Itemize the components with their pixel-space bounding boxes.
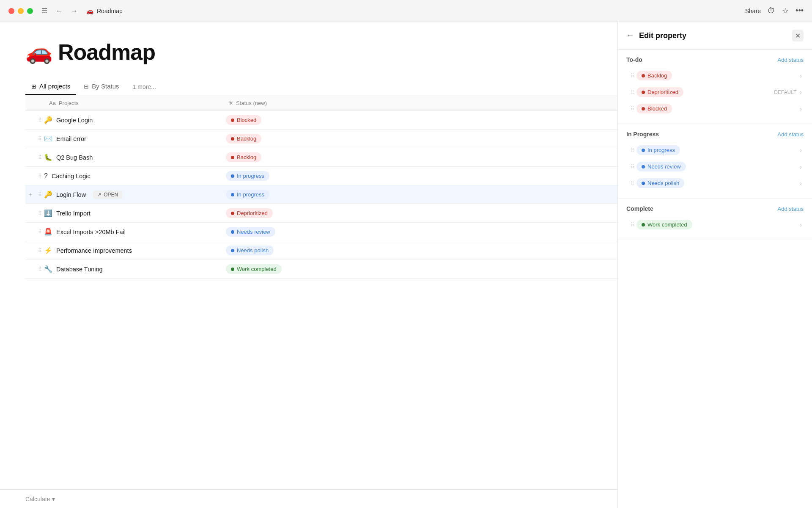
drag-handle[interactable]: ⠿ — [36, 266, 44, 272]
project-name: Google Login — [56, 117, 93, 124]
panel-close-button[interactable]: ✕ — [792, 30, 804, 41]
tab-by-status[interactable]: ⊟ By Status — [78, 78, 125, 95]
project-name: Excel Imports >20Mb Fail — [56, 229, 126, 235]
badge-label: Blocked — [647, 105, 667, 112]
badge-label: Needs polish — [237, 247, 269, 254]
status-badge-wrap: In progress — [636, 145, 800, 155]
col-status-header: ✳ Status (new) — [228, 99, 330, 106]
drag-handle[interactable]: ⠿ — [36, 173, 44, 179]
calculate-button[interactable]: Calculate ▾ — [25, 496, 55, 502]
forward-btn[interactable]: → — [69, 6, 80, 17]
calculate-chevron-icon: ▾ — [52, 496, 55, 502]
status-badge-wrap: Blocked — [636, 104, 800, 113]
drag-handle[interactable]: ⠿ — [36, 248, 44, 254]
panel-status-item[interactable]: ⠿ Deprioritized DEFAULT › — [626, 84, 804, 100]
aa-icon: Aa — [49, 100, 56, 106]
panel-status-item[interactable]: ⠿ Work completed › — [626, 216, 804, 233]
badge-dot — [231, 193, 234, 196]
row-add-icon[interactable]: + — [25, 191, 36, 199]
drag-dots-icon: ⠿ — [628, 89, 636, 95]
project-emoji: 🚨 — [44, 228, 52, 236]
fullscreen-traffic-light[interactable] — [27, 8, 33, 14]
tab-by-status-label: By Status — [92, 83, 119, 90]
add-status-complete-button[interactable]: Add status — [778, 206, 804, 212]
panel-status-item[interactable]: ⠿ Needs review › — [626, 158, 804, 175]
hamburger-btn[interactable]: ☰ — [40, 5, 49, 17]
drag-dots-icon: ⠿ — [628, 147, 636, 153]
badge-dot — [231, 137, 234, 141]
badge-label: Needs polish — [647, 180, 679, 186]
status-badge: Deprioritized — [636, 87, 683, 97]
panel-back-button[interactable]: ← — [626, 31, 634, 40]
panel-section-complete: Complete Add status ⠿ Work completed › — [618, 199, 812, 240]
panel-section-todo: To-do Add status ⠿ Backlog › ⠿ Depriorit… — [618, 50, 812, 124]
drag-handle[interactable]: ⠿ — [36, 155, 44, 160]
panel-section-todo-title: To-do — [626, 56, 642, 63]
minimize-traffic-light[interactable] — [18, 8, 24, 14]
back-btn[interactable]: ← — [54, 6, 64, 17]
drag-handle[interactable]: ⠿ — [36, 229, 44, 235]
titlebar-title: 🚗 Roadmap — [86, 8, 745, 14]
traffic-lights — [8, 8, 33, 14]
add-status-todo-button[interactable]: Add status — [778, 57, 804, 63]
drag-handle[interactable]: ⠿ — [36, 192, 44, 198]
badge-label: Backlog — [647, 72, 667, 79]
status-badge: Blocked — [226, 115, 261, 125]
panel-section-in-progress-title: In Progress — [626, 131, 659, 138]
drag-dots-icon: ⠿ — [628, 164, 636, 170]
status-badge: Needs review — [636, 162, 686, 171]
drag-dots-icon: ⠿ — [628, 73, 636, 79]
project-emoji: ⬇️ — [44, 209, 52, 217]
badge-label: Needs review — [647, 163, 681, 170]
titlebar: ☰ ← → 🚗 Roadmap Share ⏱ ☆ ••• — [0, 0, 812, 22]
panel-status-item[interactable]: ⠿ Needs polish › — [626, 175, 804, 191]
status-col-icon: ✳ — [228, 99, 233, 106]
project-name-cell: ⚡ Performance Improvements — [44, 242, 226, 259]
page-emoji: 🚗 — [25, 39, 53, 65]
titlebar-emoji: 🚗 — [86, 8, 93, 14]
drag-dots-icon: ⠿ — [628, 180, 636, 186]
panel-status-item[interactable]: ⠿ In progress › — [626, 142, 804, 158]
status-badge: Needs polish — [226, 246, 274, 255]
share-button[interactable]: Share — [745, 8, 761, 14]
open-label: OPEN — [104, 192, 118, 198]
tab-all-projects[interactable]: ⊞ All projects — [25, 78, 76, 95]
badge-dot — [642, 223, 645, 226]
drag-handle[interactable]: ⠿ — [36, 210, 44, 216]
panel-section-complete-title: Complete — [626, 205, 653, 212]
edit-property-panel: ← Edit property ✕ To-do Add status ⠿ Bac… — [617, 22, 812, 508]
project-name: Performance Improvements — [56, 247, 132, 254]
status-badge: Backlog — [636, 71, 672, 80]
badge-label: In progress — [237, 191, 264, 198]
project-emoji: 🐛 — [44, 153, 52, 161]
status-badge: Needs review — [226, 227, 275, 237]
drag-handle[interactable]: ⠿ — [36, 136, 44, 142]
panel-status-item[interactable]: ⠿ Backlog › — [626, 67, 804, 84]
status-cell: Blocked — [226, 111, 327, 129]
badge-label: Work completed — [647, 221, 687, 228]
badge-dot — [642, 74, 645, 77]
status-cell: In progress — [226, 167, 327, 185]
project-name-cell: 🔑 Login Flow ↗ OPEN — [44, 186, 226, 203]
badge-dot — [231, 212, 234, 215]
status-badge-wrap: Needs review — [636, 162, 800, 171]
star-icon-btn[interactable]: ☆ — [782, 6, 789, 16]
history-icon-btn[interactable]: ⏱ — [768, 6, 775, 15]
add-status-in-progress-button[interactable]: Add status — [778, 131, 804, 138]
tab-more[interactable]: 1 more... — [127, 79, 162, 94]
by-status-icon: ⊟ — [84, 83, 89, 90]
nav-controls: ☰ ← → — [40, 5, 80, 17]
projects-col-label: Projects — [59, 100, 79, 106]
badge-dot — [642, 91, 645, 94]
close-traffic-light[interactable] — [8, 8, 14, 14]
panel-section-complete-header: Complete Add status — [626, 205, 804, 212]
more-icon-btn[interactable]: ••• — [796, 6, 804, 15]
drag-handle[interactable]: ⠿ — [36, 117, 44, 123]
open-button[interactable]: ↗ OPEN — [93, 190, 122, 199]
status-badge: Backlog — [226, 152, 261, 162]
drag-dots-icon: ⠿ — [628, 106, 636, 112]
project-emoji: ⚡ — [44, 246, 52, 254]
badge-dot — [642, 107, 645, 110]
panel-status-item[interactable]: ⠿ Blocked › — [626, 100, 804, 117]
default-label: DEFAULT — [774, 89, 796, 95]
